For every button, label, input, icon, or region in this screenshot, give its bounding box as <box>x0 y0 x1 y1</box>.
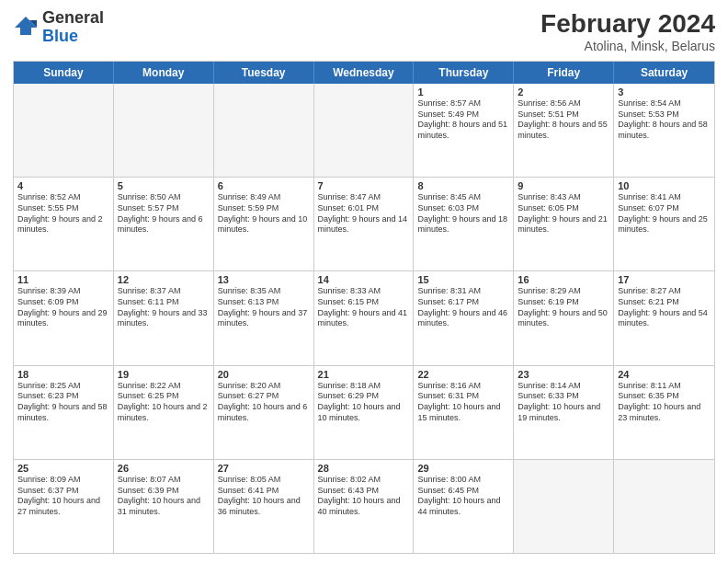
day-info: Sunrise: 8:54 AM Sunset: 5:53 PM Dayligh… <box>618 98 711 142</box>
day-number: 12 <box>118 274 210 285</box>
day-number: 16 <box>518 274 609 285</box>
cal-cell-18: 18Sunrise: 8:25 AM Sunset: 6:23 PM Dayli… <box>14 366 114 459</box>
day-number: 17 <box>618 274 711 285</box>
cal-cell-23: 23Sunrise: 8:14 AM Sunset: 6:33 PM Dayli… <box>514 366 614 459</box>
cal-cell-24: 24Sunrise: 8:11 AM Sunset: 6:35 PM Dayli… <box>614 366 714 459</box>
cal-header-tuesday: Tuesday <box>214 62 314 84</box>
day-number: 24 <box>618 369 711 380</box>
logo: General Blue <box>13 9 104 46</box>
cal-cell-6: 6Sunrise: 8:49 AM Sunset: 5:59 PM Daylig… <box>214 178 314 270</box>
cal-cell-empty <box>214 84 314 177</box>
title-block: February 2024 Atolina, Minsk, Belarus <box>540 9 715 53</box>
logo-text: General Blue <box>42 9 104 46</box>
day-number: 3 <box>618 86 711 98</box>
cal-week-4: 25Sunrise: 8:09 AM Sunset: 6:37 PM Dayli… <box>14 460 714 553</box>
day-number: 19 <box>118 369 210 380</box>
cal-cell-empty <box>514 460 614 553</box>
cal-cell-9: 9Sunrise: 8:43 AM Sunset: 6:05 PM Daylig… <box>514 178 614 270</box>
day-info: Sunrise: 8:22 AM Sunset: 6:25 PM Dayligh… <box>118 381 210 424</box>
day-number: 29 <box>417 463 509 474</box>
day-info: Sunrise: 8:41 AM Sunset: 6:07 PM Dayligh… <box>618 192 711 236</box>
calendar: SundayMondayTuesdayWednesdayThursdayFrid… <box>13 61 715 554</box>
cal-cell-28: 28Sunrise: 8:02 AM Sunset: 6:43 PM Dayli… <box>314 460 415 553</box>
day-info: Sunrise: 8:20 AM Sunset: 6:27 PM Dayligh… <box>218 381 310 424</box>
cal-cell-27: 27Sunrise: 8:05 AM Sunset: 6:41 PM Dayli… <box>214 460 314 553</box>
cal-cell-10: 10Sunrise: 8:41 AM Sunset: 6:07 PM Dayli… <box>614 178 714 270</box>
day-info: Sunrise: 8:49 AM Sunset: 5:59 PM Dayligh… <box>218 192 310 236</box>
logo-general: General <box>42 8 104 27</box>
day-info: Sunrise: 8:09 AM Sunset: 6:37 PM Dayligh… <box>17 475 109 518</box>
cal-cell-15: 15Sunrise: 8:31 AM Sunset: 6:17 PM Dayli… <box>414 271 514 364</box>
day-info: Sunrise: 8:33 AM Sunset: 6:15 PM Dayligh… <box>318 286 410 329</box>
day-info: Sunrise: 8:14 AM Sunset: 6:33 PM Dayligh… <box>518 381 609 424</box>
cal-cell-13: 13Sunrise: 8:35 AM Sunset: 6:13 PM Dayli… <box>214 271 314 364</box>
cal-cell-7: 7Sunrise: 8:47 AM Sunset: 6:01 PM Daylig… <box>314 178 415 270</box>
logo-blue: Blue <box>42 27 78 45</box>
cal-header-wednesday: Wednesday <box>314 62 415 84</box>
day-number: 25 <box>17 463 109 474</box>
day-info: Sunrise: 8:29 AM Sunset: 6:19 PM Dayligh… <box>518 286 609 329</box>
day-info: Sunrise: 8:50 AM Sunset: 5:57 PM Dayligh… <box>118 192 210 236</box>
day-info: Sunrise: 8:27 AM Sunset: 6:21 PM Dayligh… <box>618 286 711 329</box>
day-number: 11 <box>17 274 109 285</box>
svg-marker-1 <box>15 17 37 35</box>
cal-cell-12: 12Sunrise: 8:37 AM Sunset: 6:11 PM Dayli… <box>114 271 214 364</box>
cal-cell-empty <box>314 84 415 177</box>
day-info: Sunrise: 8:35 AM Sunset: 6:13 PM Dayligh… <box>218 286 310 329</box>
calendar-body: 1Sunrise: 8:57 AM Sunset: 5:49 PM Daylig… <box>14 84 714 553</box>
day-info: Sunrise: 8:45 AM Sunset: 6:03 PM Dayligh… <box>417 192 509 236</box>
cal-cell-14: 14Sunrise: 8:33 AM Sunset: 6:15 PM Dayli… <box>314 271 415 364</box>
day-number: 28 <box>318 463 410 474</box>
cal-header-thursday: Thursday <box>414 62 514 84</box>
cal-cell-21: 21Sunrise: 8:18 AM Sunset: 6:29 PM Dayli… <box>314 366 415 459</box>
cal-cell-5: 5Sunrise: 8:50 AM Sunset: 5:57 PM Daylig… <box>114 178 214 270</box>
cal-week-0: 1Sunrise: 8:57 AM Sunset: 5:49 PM Daylig… <box>14 84 714 178</box>
day-number: 23 <box>518 369 609 380</box>
day-number: 2 <box>518 86 609 98</box>
cal-cell-empty <box>114 84 214 177</box>
cal-cell-11: 11Sunrise: 8:39 AM Sunset: 6:09 PM Dayli… <box>14 271 114 364</box>
day-info: Sunrise: 8:16 AM Sunset: 6:31 PM Dayligh… <box>417 381 509 424</box>
day-info: Sunrise: 8:31 AM Sunset: 6:17 PM Dayligh… <box>417 286 509 329</box>
cal-cell-8: 8Sunrise: 8:45 AM Sunset: 6:03 PM Daylig… <box>414 178 514 270</box>
day-number: 18 <box>17 369 109 380</box>
day-info: Sunrise: 8:47 AM Sunset: 6:01 PM Dayligh… <box>318 192 410 236</box>
day-number: 15 <box>417 274 509 285</box>
day-number: 27 <box>218 463 310 474</box>
cal-header-friday: Friday <box>514 62 614 84</box>
day-info: Sunrise: 8:05 AM Sunset: 6:41 PM Dayligh… <box>218 475 310 518</box>
cal-cell-25: 25Sunrise: 8:09 AM Sunset: 6:37 PM Dayli… <box>14 460 114 553</box>
day-info: Sunrise: 8:57 AM Sunset: 5:49 PM Dayligh… <box>417 98 509 142</box>
calendar-header-row: SundayMondayTuesdayWednesdayThursdayFrid… <box>14 62 714 84</box>
day-info: Sunrise: 8:02 AM Sunset: 6:43 PM Dayligh… <box>318 475 410 518</box>
day-info: Sunrise: 8:43 AM Sunset: 6:05 PM Dayligh… <box>518 192 609 236</box>
day-number: 5 <box>118 180 210 191</box>
day-info: Sunrise: 8:07 AM Sunset: 6:39 PM Dayligh… <box>118 475 210 518</box>
header: General Blue February 2024 Atolina, Mins… <box>13 9 715 53</box>
cal-cell-3: 3Sunrise: 8:54 AM Sunset: 5:53 PM Daylig… <box>614 84 714 177</box>
logo-icon <box>13 15 39 40</box>
cal-cell-16: 16Sunrise: 8:29 AM Sunset: 6:19 PM Dayli… <box>514 271 614 364</box>
cal-week-1: 4Sunrise: 8:52 AM Sunset: 5:55 PM Daylig… <box>14 178 714 271</box>
day-info: Sunrise: 8:37 AM Sunset: 6:11 PM Dayligh… <box>118 286 210 329</box>
day-info: Sunrise: 8:11 AM Sunset: 6:35 PM Dayligh… <box>618 381 711 424</box>
day-number: 6 <box>218 180 310 191</box>
day-info: Sunrise: 8:00 AM Sunset: 6:45 PM Dayligh… <box>417 475 509 518</box>
day-number: 4 <box>17 180 109 191</box>
main-title: February 2024 <box>540 9 715 39</box>
cal-cell-19: 19Sunrise: 8:22 AM Sunset: 6:25 PM Dayli… <box>114 366 214 459</box>
cal-week-2: 11Sunrise: 8:39 AM Sunset: 6:09 PM Dayli… <box>14 271 714 365</box>
cal-cell-20: 20Sunrise: 8:20 AM Sunset: 6:27 PM Dayli… <box>214 366 314 459</box>
cal-cell-17: 17Sunrise: 8:27 AM Sunset: 6:21 PM Dayli… <box>614 271 714 364</box>
cal-cell-26: 26Sunrise: 8:07 AM Sunset: 6:39 PM Dayli… <box>114 460 214 553</box>
cal-header-saturday: Saturday <box>614 62 714 84</box>
subtitle: Atolina, Minsk, Belarus <box>540 39 715 53</box>
day-number: 7 <box>318 180 410 191</box>
day-number: 8 <box>417 180 509 191</box>
day-number: 1 <box>417 86 509 98</box>
day-number: 20 <box>218 369 310 380</box>
day-number: 21 <box>318 369 410 380</box>
day-info: Sunrise: 8:52 AM Sunset: 5:55 PM Dayligh… <box>17 192 109 236</box>
day-number: 22 <box>417 369 509 380</box>
day-number: 9 <box>518 180 609 191</box>
